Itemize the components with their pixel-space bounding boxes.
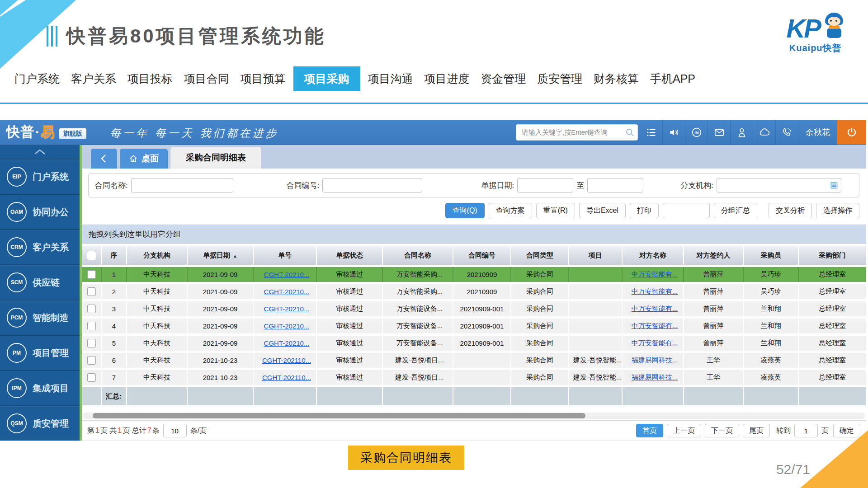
page-size-input[interactable] xyxy=(163,424,187,437)
doc-no-link[interactable]: CGHT-20210... xyxy=(264,339,310,347)
sidebar-collapse-button[interactable] xyxy=(0,145,80,159)
header-checkbox[interactable] xyxy=(87,251,96,260)
nav-tab[interactable]: 客户关系 xyxy=(67,67,120,90)
print-button[interactable]: 打印 xyxy=(630,203,659,218)
nav-tab[interactable]: 手机APP xyxy=(646,67,699,90)
last-page-button[interactable]: 尾页 xyxy=(743,424,770,437)
nav-tab[interactable]: 财务核算 xyxy=(590,67,642,90)
select-operation-button[interactable]: 选择操作 xyxy=(816,203,859,218)
cross-analysis-button[interactable]: 交叉分析 xyxy=(769,203,812,218)
row-checkbox[interactable] xyxy=(87,339,96,347)
counterparty-link[interactable]: 中万安智能有... xyxy=(632,339,678,347)
doc-no-link[interactable]: CGHT-20210... xyxy=(264,288,310,296)
reset-button[interactable]: 重置(R) xyxy=(536,203,575,218)
table-row[interactable]: 4中天科技2021-09-09CGHT-20210...审核通过万安智能设备..… xyxy=(82,319,866,333)
column-header[interactable]: 序 xyxy=(102,246,127,265)
column-header[interactable]: 对方名称 xyxy=(623,246,684,265)
sidebar-item-pcm[interactable]: PCM智能制造 xyxy=(0,300,80,335)
column-header[interactable]: 项目 xyxy=(569,246,623,265)
doc-no-link[interactable]: CGHT-20210... xyxy=(264,271,310,278)
column-header[interactable]: 合同类型 xyxy=(511,246,569,265)
doc-no-link[interactable]: CGHT-20210... xyxy=(264,305,310,313)
table-row[interactable]: 2中天科技2021-09-09CGHT-20210...审核通过万安智能采购..… xyxy=(82,284,866,299)
horizontal-scrollbar[interactable] xyxy=(83,413,865,419)
counterparty-link[interactable]: 中万安智能有... xyxy=(632,287,678,295)
back-button[interactable] xyxy=(91,149,117,169)
branch-input[interactable] xyxy=(717,178,841,192)
column-header[interactable]: 单号 xyxy=(254,246,317,265)
nav-tab[interactable]: 项目沟通 xyxy=(364,67,416,90)
group-summary-button[interactable]: 分组汇总 xyxy=(714,203,757,218)
column-header[interactable]: 对方签约人 xyxy=(684,246,744,265)
row-checkbox[interactable] xyxy=(87,305,96,313)
counterparty-link[interactable]: 福建易网科技... xyxy=(632,373,678,381)
groupby-dropzone[interactable]: 拖拽列头到这里以用它分组 xyxy=(82,225,866,244)
counterparty-link[interactable]: 中万安智能有... xyxy=(632,270,678,278)
query-button[interactable]: 查询(Q) xyxy=(445,203,485,218)
column-header[interactable]: 合同编号 xyxy=(453,246,511,265)
sidebar-item-eip[interactable]: EIP门户系统 xyxy=(0,159,80,194)
row-checkbox[interactable] xyxy=(87,287,96,296)
goto-page-input[interactable] xyxy=(794,424,818,437)
sidebar-item-crm[interactable]: CRM客户关系 xyxy=(0,229,80,264)
nav-tab[interactable]: 项目投标 xyxy=(124,67,176,90)
column-header[interactable]: 单据日期▲ xyxy=(188,246,254,265)
nav-tab[interactable]: 项目进度 xyxy=(420,67,473,90)
counterparty-link[interactable]: 中万安智能有... xyxy=(632,305,678,312)
im-icon[interactable]: IM xyxy=(685,120,708,145)
tab-desktop[interactable]: 桌面 xyxy=(120,149,168,169)
mail-icon[interactable] xyxy=(708,120,730,145)
contract-name-input[interactable] xyxy=(131,178,233,192)
speaker-icon[interactable] xyxy=(662,120,685,145)
nav-tab[interactable]: 资金管理 xyxy=(477,67,529,90)
column-header[interactable]: 采购部门 xyxy=(799,246,866,265)
query-plan-button[interactable]: 查询方案 xyxy=(489,203,532,218)
row-checkbox[interactable] xyxy=(87,373,96,382)
phone-icon[interactable] xyxy=(775,120,798,145)
list-icon[interactable] xyxy=(640,120,662,145)
first-page-button[interactable]: 首页 xyxy=(636,424,663,437)
logout-power-button[interactable] xyxy=(837,120,866,145)
date-from-input[interactable] xyxy=(517,178,573,192)
table-row[interactable]: 7中天科技2021-10-23CGHT-202110...审核通过建发·吾悦项目… xyxy=(82,370,866,385)
table-row[interactable]: 5中天科技2021-09-09CGHT-20210...审核通过万安智能设备..… xyxy=(82,336,866,351)
search-icon[interactable] xyxy=(625,127,635,137)
doc-no-link[interactable]: CGHT-20210... xyxy=(264,322,310,330)
sidebar-item-qsm[interactable]: QSM质安管理 xyxy=(0,405,80,441)
counterparty-link[interactable]: 中万安智能有... xyxy=(632,322,678,329)
export-excel-button[interactable]: 导出Excel xyxy=(579,203,626,218)
nav-tab[interactable]: 项目合同 xyxy=(180,67,233,90)
goto-confirm-button[interactable]: 确定 xyxy=(833,424,860,437)
table-row[interactable]: 1中天科技2021-09-09CGHT-20210...审核通过万安智能采购..… xyxy=(82,267,866,282)
row-checkbox[interactable] xyxy=(87,322,96,330)
doc-no-link[interactable]: CGHT-202110... xyxy=(262,357,311,364)
cloud-icon[interactable] xyxy=(753,120,775,145)
doc-no-link[interactable]: CGHT-202110... xyxy=(262,374,311,381)
prev-page-button[interactable]: 上一页 xyxy=(667,424,701,437)
contract-no-input[interactable] xyxy=(322,178,422,192)
nav-tab[interactable]: 质安管理 xyxy=(533,67,586,90)
sidebar-item-scm[interactable]: SCM供应链 xyxy=(0,264,80,300)
table-row[interactable]: 6中天科技2021-10-23CGHT-202110...审核通过建发·吾悦项目… xyxy=(82,353,866,368)
nav-tab[interactable]: 项目预算 xyxy=(237,67,289,90)
date-to-input[interactable] xyxy=(587,178,643,192)
column-header[interactable]: 采购员 xyxy=(744,246,799,265)
branch-picker-icon[interactable] xyxy=(830,181,838,189)
sidebar-item-ipm[interactable]: IPM集成项目 xyxy=(0,370,80,405)
search-input[interactable] xyxy=(521,128,625,136)
column-header[interactable]: 合同名称 xyxy=(383,246,453,265)
sidebar-item-oam[interactable]: OAM协同办公 xyxy=(0,194,80,229)
counterparty-link[interactable]: 福建易网科技... xyxy=(632,356,678,364)
table-row[interactable]: 3中天科技2021-09-09CGHT-20210...审核通过万安智能设备..… xyxy=(82,301,866,316)
row-checkbox[interactable] xyxy=(87,270,96,279)
tab-purchase-contract-detail[interactable]: 采购合同明细表 xyxy=(170,147,261,169)
nav-tab[interactable]: 项目采购 xyxy=(293,66,360,91)
row-checkbox[interactable] xyxy=(87,356,96,365)
scrollbar-thumb[interactable] xyxy=(93,413,585,418)
nav-tab[interactable]: 门户系统 xyxy=(11,67,63,90)
user-icon[interactable] xyxy=(730,120,753,145)
column-header[interactable]: 分支机构 xyxy=(127,246,188,265)
next-page-button[interactable]: 下一页 xyxy=(705,424,739,437)
blank-button[interactable] xyxy=(663,203,710,218)
column-header[interactable]: 单据状态 xyxy=(317,246,383,265)
